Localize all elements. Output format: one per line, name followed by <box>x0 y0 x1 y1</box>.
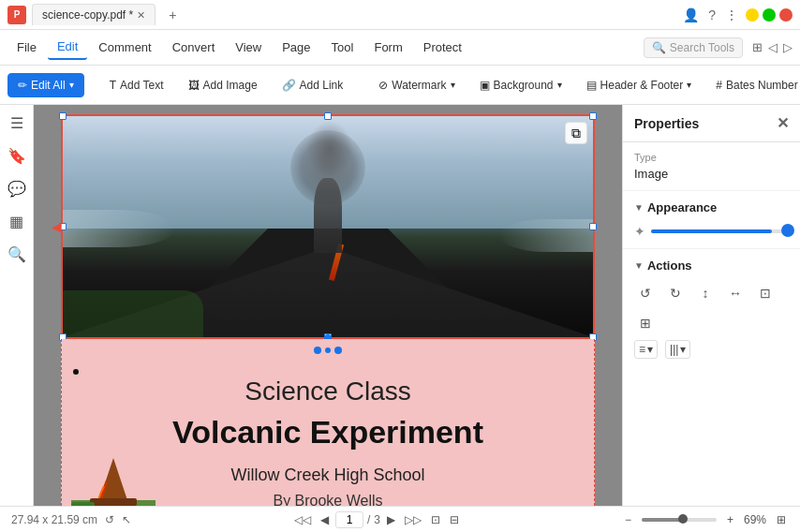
volcanic-experiment-text: Volcanic Experiment <box>172 414 483 451</box>
menu-form[interactable]: Form <box>364 36 411 59</box>
zoom-in-button[interactable]: + <box>724 512 736 527</box>
search-placeholder: Search Tools <box>670 41 734 54</box>
minimize-button[interactable] <box>746 8 759 22</box>
profile-icon[interactable]: 👤 <box>683 7 699 22</box>
header-chevron: ▾ <box>687 80 691 90</box>
school-name-text: Willow Creek High School <box>230 466 424 485</box>
menu-protect[interactable]: Protect <box>414 36 471 59</box>
link-icon: 🔗 <box>282 79 296 92</box>
window-controls <box>746 8 793 22</box>
selection-handle-tm[interactable] <box>324 112 332 120</box>
menu-search-box[interactable]: 🔍 Search Tools <box>644 37 743 58</box>
nav-back-icon[interactable]: ◁ <box>768 40 778 54</box>
title-icons: 👤 ? ⋮ <box>683 7 738 22</box>
sidebar-comment-icon[interactable]: 💬 <box>7 180 26 198</box>
panel-close-button[interactable]: ✕ <box>777 114 789 132</box>
bates-number-button[interactable]: # Bates Number ▾ <box>705 73 800 97</box>
tab-close-button[interactable]: ✕ <box>137 9 145 22</box>
maximize-button[interactable] <box>763 8 776 22</box>
selection-handle-mr[interactable] <box>589 223 597 230</box>
mist-right <box>499 219 593 252</box>
add-text-icon: T <box>110 79 116 92</box>
page-number-input[interactable] <box>335 511 363 528</box>
greenery <box>63 290 203 337</box>
opacity-slider[interactable] <box>651 229 789 233</box>
nav-fwd-icon[interactable]: ▷ <box>783 40 793 54</box>
more-icon[interactable]: ⋮ <box>725 7 738 22</box>
appearance-title[interactable]: ▼ Appearance <box>634 200 789 214</box>
sidebar-thumbnail-icon[interactable]: ▦ <box>9 213 23 230</box>
document-area: ⧉ ◀ Science Class Volcanic Ex <box>34 105 622 506</box>
rotate-right-button[interactable]: ↻ <box>664 282 687 304</box>
status-right: − + 69% ⊞ <box>622 512 789 527</box>
tab-title: science-copy.pdf * <box>42 8 133 22</box>
actions-section: ▼ Actions ↺ ↻ ↕ ↔ ⊡ ⊞ ≡ ▾ ||| ▾ <box>623 249 800 368</box>
action-icons-row: ↺ ↻ ↕ ↔ ⊡ ⊞ <box>634 282 789 334</box>
page-total: 3 <box>374 513 380 526</box>
menu-tool[interactable]: Tool <box>322 36 363 59</box>
sidebar-search-icon[interactable]: 🔍 <box>7 245 26 263</box>
add-tab-button[interactable]: + <box>161 4 184 26</box>
fit-page-button[interactable]: ⊡ <box>428 512 443 527</box>
main-layout: ☰ 🔖 💬 ▦ 🔍 <box>0 105 800 506</box>
document-tab[interactable]: science-copy.pdf * ✕ <box>32 4 156 25</box>
add-text-button[interactable]: T Add Text <box>99 73 174 97</box>
sidebar-bookmark-icon[interactable]: 🔖 <box>7 147 26 165</box>
app-icon: P <box>7 6 26 24</box>
fit-width-button[interactable]: ⊟ <box>447 512 462 527</box>
copy-image-button[interactable]: ⧉ <box>565 122 587 144</box>
left-arrow-handle[interactable]: ◀ <box>52 219 62 234</box>
science-class-text: Science Class <box>244 377 410 406</box>
menu-view[interactable]: View <box>226 36 271 59</box>
slider-thumb[interactable] <box>781 224 794 237</box>
crop-button[interactable]: ⊡ <box>754 282 777 304</box>
last-page-button[interactable]: ▷▷ <box>402 512 424 527</box>
menu-file[interactable]: File <box>7 36 46 59</box>
selection-handle-tr[interactable] <box>589 112 597 120</box>
help-icon[interactable]: ? <box>708 7 716 22</box>
add-image-button[interactable]: 🖼 Add Image <box>178 73 268 97</box>
watermark-button[interactable]: ⊘ Watermark ▾ <box>368 73 465 97</box>
menu-page[interactable]: Page <box>273 36 319 59</box>
flip-vertical-button[interactable]: ↕ <box>694 282 717 304</box>
align-button[interactable]: ||| ▾ <box>665 340 690 359</box>
zoom-slider[interactable] <box>642 518 717 522</box>
watermark-icon: ⊘ <box>378 79 388 92</box>
first-page-button[interactable]: ◁◁ <box>291 512 314 527</box>
arrange-order-button[interactable]: ≡ ▾ <box>634 340 658 359</box>
menu-edit[interactable]: Edit <box>48 35 87 60</box>
zoom-thumb[interactable] <box>678 514 688 524</box>
arrange-icon: ≡ <box>639 343 645 356</box>
opacity-slider-row: ✦ <box>634 224 789 239</box>
menu-convert[interactable]: Convert <box>163 36 225 59</box>
text-selection-handles <box>314 347 342 354</box>
flip-horizontal-button[interactable]: ↔ <box>724 282 747 304</box>
edit-all-button[interactable]: ✏ Edit All ▾ <box>7 73 84 97</box>
sidebar-menu-icon[interactable]: ☰ <box>10 114 23 132</box>
actions-title[interactable]: ▼ Actions <box>634 259 789 273</box>
image-selection-container[interactable]: ⧉ ◀ <box>61 114 595 339</box>
background-button[interactable]: ▣ Background ▾ <box>469 73 572 97</box>
next-page-button[interactable]: ▶ <box>384 512 398 527</box>
selection-handle-tl[interactable] <box>59 112 67 120</box>
fullscreen-button[interactable]: ⊞ <box>774 512 789 527</box>
science-class-label: Science Class <box>244 377 410 406</box>
prev-page-button[interactable]: ◀ <box>318 512 332 527</box>
external-link-icon[interactable]: ⊞ <box>752 40 763 54</box>
select-tool-icon[interactable]: ↖ <box>122 513 131 526</box>
header-footer-button[interactable]: ▤ Header & Footer ▾ <box>576 73 703 97</box>
appearance-label: Appearance <box>647 200 717 214</box>
rotate-left-button[interactable]: ↺ <box>634 282 657 304</box>
title-bar-right: 👤 ? ⋮ <box>683 7 793 22</box>
menu-comment[interactable]: Comment <box>89 36 160 59</box>
status-center: ◁◁ ◀ / 3 ▶ ▷▷ ⊡ ⊟ <box>291 511 462 528</box>
rotate-tool-icon[interactable]: ↺ <box>105 513 114 526</box>
zoom-out-button[interactable]: − <box>622 512 634 527</box>
add-link-button[interactable]: 🔗 Add Link <box>272 73 354 97</box>
text-content-section: Science Class Volcanic Experiment Willow… <box>61 339 595 506</box>
type-section: Type Image <box>623 142 800 191</box>
status-left: 27.94 x 21.59 cm ↺ ↖ <box>11 513 131 526</box>
close-button[interactable] <box>779 8 793 22</box>
replace-button[interactable]: ⊞ <box>634 312 657 334</box>
left-sidebar: ☰ 🔖 💬 ▦ 🔍 <box>0 105 34 506</box>
